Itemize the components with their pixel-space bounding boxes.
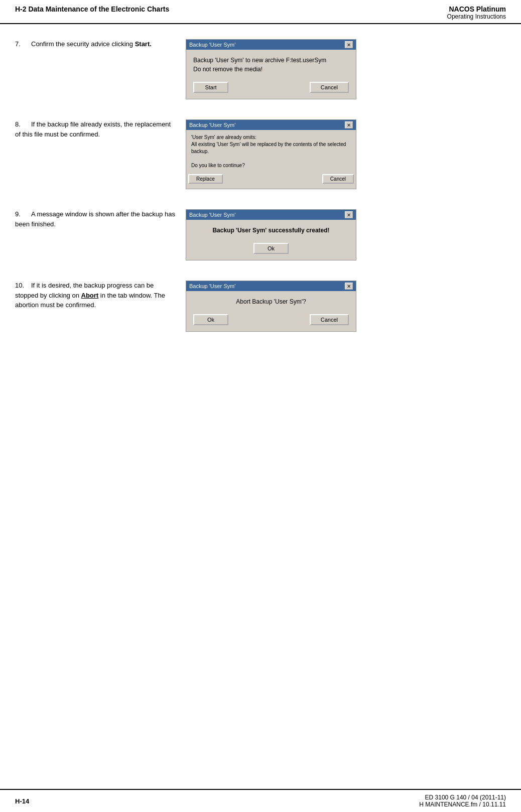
header-right: NACOS Platinum Operating Instructions <box>447 5 506 20</box>
dialog-8: Backup 'User Sym' ✕ 'User Sym' are alrea… <box>186 119 356 189</box>
dialog-9-body: Backup 'User Sym' successfully created! … <box>186 220 356 260</box>
page-header: H-2 Data Maintenance of the Electronic C… <box>0 0 521 24</box>
dialog-7-titlebar: Backup 'User Sym' ✕ <box>186 40 356 50</box>
step-9-text-col: 9. A message window is shown after the b… <box>15 209 186 229</box>
dialog-7-message: Backup 'User Sym' to new archive F:test.… <box>193 56 349 74</box>
step-7-number: 7. <box>15 39 29 49</box>
footer-right: ED 3100 G 140 / 04 (2011-11) H MAINTENAN… <box>419 794 506 808</box>
dialog-7-close[interactable]: ✕ <box>345 41 353 48</box>
step-8-text: 8. If the backup file already exists, th… <box>15 119 176 139</box>
dialog-7-cancel-button[interactable]: Cancel <box>310 82 349 93</box>
dialog-9: Backup 'User Sym' ✕ Backup 'User Sym' su… <box>186 209 356 260</box>
dialog-10-cancel-button[interactable]: Cancel <box>310 314 349 325</box>
step-7-keyword: Start. <box>135 40 152 48</box>
dialog-10: Backup 'User Sym' ✕ Abort Backup 'User S… <box>186 281 356 332</box>
step-10-number: 10. <box>15 281 29 291</box>
dialog-8-replace-button[interactable]: Replace <box>188 174 223 184</box>
page-footer: H-14 ED 3100 G 140 / 04 (2011-11) H MAIN… <box>0 789 521 812</box>
dialog-8-close[interactable]: ✕ <box>345 121 353 128</box>
step-10-text: 10. If it is desired, the backup progres… <box>15 281 176 310</box>
step-8-image-col: Backup 'User Sym' ✕ 'User Sym' are alrea… <box>186 119 506 189</box>
dialog-9-ok-button[interactable]: Ok <box>253 243 289 254</box>
step-7-image-col: Backup 'User Sym' ✕ Backup 'User Sym' to… <box>186 39 506 99</box>
dialog-10-body: Abort Backup 'User Sym'? Ok Cancel <box>186 291 356 331</box>
dialog-7-buttons: Start Cancel <box>193 80 349 94</box>
dialog-9-close[interactable]: ✕ <box>345 211 353 218</box>
dialog-7-start-button[interactable]: Start <box>193 82 228 93</box>
footer-page-number: H-14 <box>15 797 29 805</box>
dialog-7: Backup 'User Sym' ✕ Backup 'User Sym' to… <box>186 39 356 99</box>
dialog-8-title: Backup 'User Sym' <box>189 122 235 128</box>
step-8-text-col: 8. If the backup file already exists, th… <box>15 119 186 139</box>
dialog-10-title: Backup 'User Sym' <box>189 283 235 289</box>
step-7-text: 7. Confirm the security advice clicking … <box>15 39 176 49</box>
footer-edition: ED 3100 G 140 / 04 (2011-11) <box>419 794 506 801</box>
step-7-text-col: 7. Confirm the security advice clicking … <box>15 39 186 49</box>
dialog-7-body: Backup 'User Sym' to new archive F:test.… <box>186 50 356 99</box>
dialog-8-cancel-button[interactable]: Cancel <box>322 174 354 184</box>
footer-filename: H MAINTENANCE.fm / 10.11.11 <box>419 801 506 808</box>
dialog-10-message: Abort Backup 'User Sym'? <box>193 297 349 306</box>
step-row-10: 10. If it is desired, the backup progres… <box>15 281 506 332</box>
dialog-10-buttons: Ok Cancel <box>193 312 349 326</box>
page-content: 7. Confirm the security advice clicking … <box>0 24 521 789</box>
dialog-8-buttons: Replace Cancel <box>186 173 356 186</box>
dialog-10-titlebar: Backup 'User Sym' ✕ <box>186 281 356 291</box>
step-9-image-col: Backup 'User Sym' ✕ Backup 'User Sym' su… <box>186 209 506 260</box>
dialog-9-title: Backup 'User Sym' <box>189 212 235 218</box>
step-9-number: 9. <box>15 209 29 219</box>
page-container: H-2 Data Maintenance of the Electronic C… <box>0 0 521 812</box>
step-10-image-col: Backup 'User Sym' ✕ Abort Backup 'User S… <box>186 281 506 332</box>
step-row-9: 9. A message window is shown after the b… <box>15 209 506 260</box>
dialog-9-buttons: Ok <box>193 241 349 255</box>
header-left-title: H-2 Data Maintenance of the Electronic C… <box>15 5 169 13</box>
step-row-8: 8. If the backup file already exists, th… <box>15 119 506 189</box>
dialog-9-message: Backup 'User Sym' successfully created! <box>193 226 349 235</box>
header-brand: NACOS Platinum <box>447 5 506 13</box>
step-10-text-col: 10. If it is desired, the backup progres… <box>15 281 186 310</box>
step-10-keyword: Abort <box>81 292 99 299</box>
step-8-number: 8. <box>15 119 29 129</box>
dialog-10-ok-button[interactable]: Ok <box>193 314 228 325</box>
step-row-7: 7. Confirm the security advice clicking … <box>15 39 506 99</box>
dialog-8-body: 'User Sym' are already omits: All existi… <box>186 130 356 173</box>
step-9-text: 9. A message window is shown after the b… <box>15 209 176 229</box>
dialog-10-close[interactable]: ✕ <box>345 283 353 290</box>
dialog-9-titlebar: Backup 'User Sym' ✕ <box>186 210 356 220</box>
dialog-8-message: 'User Sym' are already omits: All existi… <box>191 134 351 169</box>
header-subtitle: Operating Instructions <box>447 13 506 20</box>
dialog-8-titlebar: Backup 'User Sym' ✕ <box>186 120 356 130</box>
dialog-7-title: Backup 'User Sym' <box>189 42 235 48</box>
